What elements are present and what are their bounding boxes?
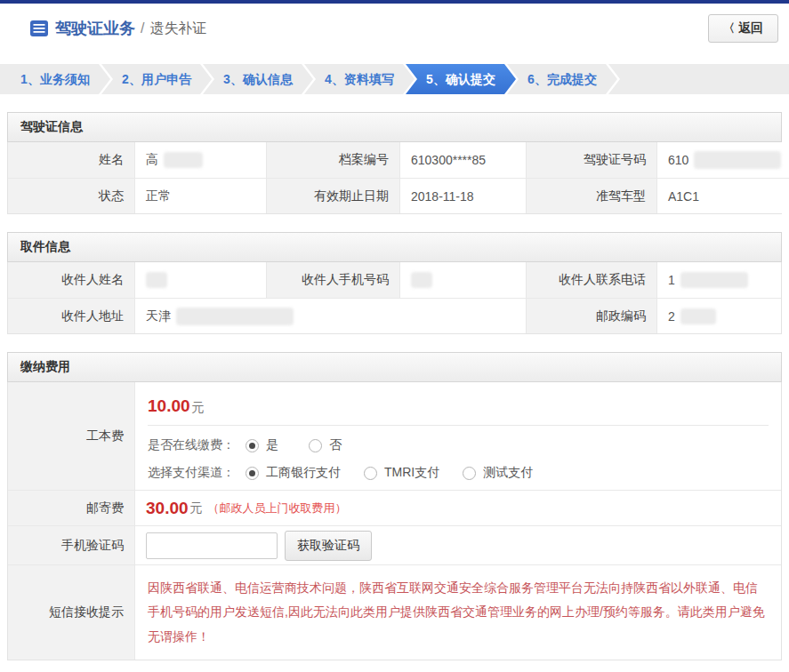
online-payment-option-yes[interactable]: 是 xyxy=(246,437,278,453)
recipient-name-value xyxy=(134,262,266,298)
status-label: 状态 xyxy=(8,178,134,213)
chevron-left-icon: 〈 xyxy=(723,20,735,36)
license-info-table: 姓名 高 档案编号 610300****85 驾驶证号码 610 状态 正常 有… xyxy=(7,142,782,214)
redaction-blur xyxy=(694,151,781,169)
radio-checked-icon[interactable] xyxy=(246,439,259,452)
sms-code-label: 手机验证码 xyxy=(8,525,134,564)
pickup-info-table: 收件人姓名 收件人手机号码 收件人联系电话 1 收件人地址 天津 邮政编码 2 xyxy=(7,262,782,334)
online-payment-row: 是否在线缴费： 是 否 xyxy=(148,437,769,453)
recipient-name-label: 收件人姓名 xyxy=(8,262,134,298)
postage-amount: 30.00 xyxy=(146,499,189,518)
breadcrumb: 驾驶证业务 / 遗失补证 xyxy=(30,18,206,39)
list-icon xyxy=(30,20,48,36)
postage-cell: 30.00元 （邮政人员上门收取费用） xyxy=(134,490,781,525)
back-button[interactable]: 〈 返回 xyxy=(708,14,778,43)
license-no-label: 驾驶证号码 xyxy=(526,142,656,178)
payment-channel-row: 选择支付渠道： 工商银行支付 TMRI支付 xyxy=(148,465,769,481)
channel-option-tmri[interactable]: TMRI支付 xyxy=(364,465,439,481)
redaction-blur xyxy=(176,308,294,325)
production-fee-amount-line: 10.00元 xyxy=(148,386,769,426)
vehicle-class-label: 准驾车型 xyxy=(526,178,656,213)
redaction-blur xyxy=(680,272,748,288)
page-title: 驾驶证业务 xyxy=(55,18,135,39)
status-value: 正常 xyxy=(134,178,266,213)
recipient-address-value: 天津 xyxy=(134,298,526,333)
fees-section: 缴纳费用 工本费 10.00元 是否在线缴费： 是 xyxy=(7,352,782,660)
page-header: 驾驶证业务 / 遗失补证 〈 返回 xyxy=(0,4,789,53)
redaction-blur xyxy=(411,272,432,288)
step-6-complete-submit[interactable]: 6、完成提交 xyxy=(507,64,617,94)
recipient-mobile-value xyxy=(399,262,526,298)
postage-note: （邮政人员上门收取费用） xyxy=(208,500,347,516)
step-1-business-notice[interactable]: 1、业务须知 xyxy=(0,64,110,94)
production-fee-label: 工本费 xyxy=(8,382,134,490)
radio-unchecked-icon[interactable] xyxy=(364,467,377,480)
postal-code-label: 邮政编码 xyxy=(526,298,656,333)
fees-table: 工本费 10.00元 是否在线缴费： 是 xyxy=(7,382,782,660)
name-value: 高 xyxy=(134,142,266,178)
step-5-confirm-submit[interactable]: 5、确认提交 xyxy=(406,64,516,94)
recipient-mobile-label: 收件人手机号码 xyxy=(266,262,399,298)
postage-label: 邮寄费 xyxy=(8,490,134,525)
file-no-value: 610300****85 xyxy=(399,142,526,178)
redaction-blur xyxy=(146,272,167,288)
channel-option-test[interactable]: 测试支付 xyxy=(463,465,533,481)
fees-section-title: 缴纳费用 xyxy=(7,352,782,382)
step-2-user-declaration[interactable]: 2、用户申告 xyxy=(101,64,212,94)
breadcrumb-current: 遗失补证 xyxy=(149,20,206,38)
radio-unchecked-icon[interactable] xyxy=(309,439,322,452)
step-nav: 1、业务须知 2、用户申告 3、确认信息 4、资料填写 5、确认提交 6、完成提… xyxy=(0,64,789,94)
production-fee-cell: 10.00元 是否在线缴费： 是 否 xyxy=(134,382,781,490)
redaction-blur xyxy=(680,308,716,324)
valid-until-value: 2018-11-18 xyxy=(399,178,526,213)
sms-notice-text: 因陕西省联通、电信运营商技术问题，陕西省互联网交通安全综合服务管理平台无法向持陕… xyxy=(134,564,781,660)
recipient-phone-label: 收件人联系电话 xyxy=(526,262,656,298)
online-payment-option-no[interactable]: 否 xyxy=(309,437,342,453)
step-4-fill-data[interactable]: 4、资料填写 xyxy=(304,64,415,94)
radio-unchecked-icon[interactable] xyxy=(463,467,476,480)
license-no-value: 610 xyxy=(656,142,789,178)
license-info-section: 驾驶证信息 姓名 高 档案编号 610300****85 驾驶证号码 610 状… xyxy=(7,112,782,214)
valid-until-label: 有效期止日期 xyxy=(266,178,399,213)
channel-option-icbc[interactable]: 工商银行支付 xyxy=(246,465,341,481)
breadcrumb-separator: / xyxy=(141,20,144,36)
license-section-title: 驾驶证信息 xyxy=(7,112,782,142)
name-label: 姓名 xyxy=(8,142,134,178)
main-content: 驾驶证信息 姓名 高 档案编号 610300****85 驾驶证号码 610 状… xyxy=(0,112,789,660)
radio-checked-icon[interactable] xyxy=(246,467,259,480)
sms-code-cell: 获取验证码 xyxy=(134,525,781,564)
pickup-section-title: 取件信息 xyxy=(7,232,782,262)
postage-unit: 元 xyxy=(190,500,203,516)
recipient-phone-value: 1 xyxy=(656,262,781,298)
redaction-blur xyxy=(164,152,203,168)
pickup-info-section: 取件信息 收件人姓名 收件人手机号码 收件人联系电话 1 收件人地址 天津 邮政… xyxy=(7,232,782,334)
recipient-address-label: 收件人地址 xyxy=(8,298,134,333)
step-nav-filler xyxy=(608,64,789,94)
production-fee-amount: 10.00 xyxy=(148,396,190,415)
postal-code-value: 2 xyxy=(656,298,781,333)
sms-code-input[interactable] xyxy=(146,532,278,559)
get-code-button[interactable]: 获取验证码 xyxy=(285,531,372,561)
sms-notice-label: 短信接收提示 xyxy=(8,564,134,660)
payment-channel-label: 选择支付渠道： xyxy=(148,465,235,481)
online-payment-label: 是否在线缴费： xyxy=(148,437,235,453)
production-fee-unit: 元 xyxy=(192,400,205,414)
back-button-label: 返回 xyxy=(738,20,763,36)
vehicle-class-value: A1C1 xyxy=(656,178,789,213)
step-3-confirm-info[interactable]: 3、确认信息 xyxy=(203,64,313,94)
file-no-label: 档案编号 xyxy=(266,142,399,178)
